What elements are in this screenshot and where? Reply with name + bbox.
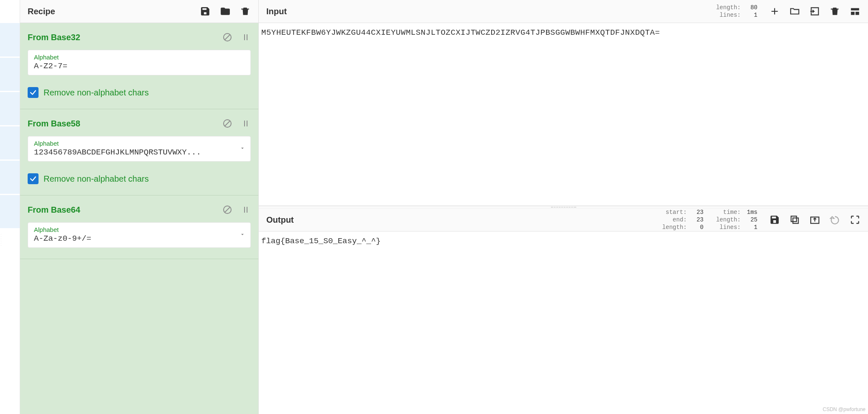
io-panel: Input length: 80 lines: 1: [259, 0, 868, 414]
sidebar-slot[interactable]: [0, 57, 20, 91]
sidebar-slot[interactable]: [0, 195, 20, 228]
pause-operation-icon[interactable]: [241, 32, 251, 42]
svg-rect-16: [791, 216, 796, 221]
left-gutter: · · · · · ·: [0, 0, 20, 414]
dropdown-caret-icon[interactable]: [240, 231, 245, 239]
recipe-title: Recipe: [28, 7, 55, 16]
svg-rect-15: [793, 218, 798, 224]
save-output-icon[interactable]: [769, 214, 780, 225]
open-file-icon[interactable]: [809, 6, 820, 17]
recipe-header-icons: [200, 6, 251, 17]
output-stats: start: 23 end: 23 length: 0 time: 1ms le…: [662, 209, 757, 231]
stat-end-value: 23: [691, 216, 703, 223]
checkbox-label: Remove non-alphabet chars: [44, 88, 149, 98]
svg-rect-13: [851, 12, 855, 15]
output-icons: [769, 214, 860, 225]
alphabet-field[interactable]: Alphabet A-Z2-7=: [28, 50, 251, 75]
add-input-tab-icon[interactable]: [769, 6, 780, 17]
stat-length-value: 80: [745, 4, 757, 11]
operation-from-base64[interactable]: From Base64 Alphabet A-Za-z0-9+/=: [20, 195, 258, 259]
recipe-header: Recipe: [20, 0, 258, 23]
stat-olength-value: 25: [745, 216, 757, 223]
field-label: Alphabet: [34, 54, 245, 61]
load-recipe-folder-icon[interactable]: [220, 6, 231, 17]
stat-length-label: length:: [716, 4, 741, 11]
checkbox-label: Remove non-alphabet chars: [44, 174, 149, 184]
dropdown-caret-icon[interactable]: [240, 145, 245, 153]
operation-title: From Base64: [28, 205, 80, 215]
stat-lines-label: lines:: [716, 224, 741, 231]
checkbox-icon: [28, 173, 39, 184]
output-text[interactable]: flag{Base_15_S0_Easy_^_^}: [259, 231, 868, 414]
stat-lines-value: 1: [745, 224, 757, 231]
sidebar-slot[interactable]: [0, 23, 20, 57]
svg-rect-12: [851, 8, 859, 10]
field-value: A-Za-z0-9+/=: [34, 234, 245, 243]
output-header: Output start: 23 end: 23 length: 0 time:: [259, 208, 868, 231]
open-folder-icon[interactable]: [789, 6, 800, 17]
disable-operation-icon[interactable]: [222, 205, 232, 215]
copy-output-icon[interactable]: [789, 214, 800, 225]
sidebar-slot[interactable]: [0, 160, 20, 194]
remove-non-alphabet-checkbox[interactable]: Remove non-alphabet chars: [28, 87, 251, 98]
recipe-list: From Base32 Alphabet A-Z2-7=: [20, 23, 258, 414]
stat-lines-label: lines:: [716, 12, 741, 18]
stat-sel-length-value: 0: [691, 224, 703, 231]
remove-non-alphabet-checkbox[interactable]: Remove non-alphabet chars: [28, 173, 251, 184]
disable-operation-icon[interactable]: [222, 32, 232, 42]
operation-from-base58[interactable]: From Base58 Alphabet 123456789ABCDEFGHJK…: [20, 109, 258, 195]
input-text[interactable]: M5YHEUTEKFBW6YJWKZGU44CXIEYUWMLSNJLTOZCX…: [259, 23, 868, 206]
clear-input-trash-icon[interactable]: [829, 6, 840, 17]
field-value: A-Z2-7=: [34, 62, 245, 71]
stat-lines-value: 1: [745, 12, 757, 18]
output-section: Output start: 23 end: 23 length: 0 time:: [259, 208, 868, 414]
operation-title: From Base58: [28, 119, 80, 129]
operation-title: From Base32: [28, 33, 80, 42]
clear-recipe-trash-icon[interactable]: [240, 6, 251, 17]
svg-line-5: [225, 121, 230, 126]
maximize-output-icon[interactable]: [850, 214, 860, 225]
stat-sel-length-label: length:: [662, 224, 687, 231]
stat-time-value: 1ms: [745, 209, 757, 216]
app-root: · · · · · · Recipe From Base32: [0, 0, 868, 414]
stat-start-label: start:: [662, 209, 687, 216]
pause-operation-icon[interactable]: [241, 205, 251, 215]
watermark: CSDN @pwfortune: [823, 406, 865, 412]
input-stats: length: 80 lines: 1: [716, 4, 757, 18]
input-header: Input length: 80 lines: 1: [259, 0, 868, 23]
sidebar-slots: [0, 23, 20, 414]
input-section: Input length: 80 lines: 1: [259, 0, 868, 206]
alphabet-field[interactable]: Alphabet 123456789ABCDEFGHJKLMNPQRSTUVWX…: [28, 136, 251, 162]
undo-icon[interactable]: [829, 214, 840, 225]
svg-line-9: [225, 207, 230, 212]
svg-rect-14: [855, 12, 859, 15]
operation-from-base32[interactable]: From Base32 Alphabet A-Z2-7=: [20, 23, 258, 109]
stat-end-label: end:: [662, 216, 687, 223]
field-label: Alphabet: [34, 226, 245, 233]
input-icons: [769, 6, 860, 17]
sidebar-slot[interactable]: [0, 92, 20, 125]
stat-time-label: time:: [716, 209, 741, 216]
field-label: Alphabet: [34, 140, 245, 147]
svg-line-1: [225, 35, 230, 40]
reset-layout-icon[interactable]: [850, 6, 860, 17]
input-title: Input: [266, 7, 287, 16]
stat-start-value: 23: [691, 209, 703, 216]
move-output-to-input-icon[interactable]: [809, 214, 820, 225]
checkbox-icon: [28, 87, 39, 98]
pause-operation-icon[interactable]: [241, 118, 251, 129]
stat-olength-label: length:: [716, 216, 741, 223]
output-title: Output: [266, 215, 294, 225]
field-value: 123456789ABCDEFGHJKLMNPQRSTUVWXY...: [34, 148, 245, 157]
disable-operation-icon[interactable]: [222, 118, 232, 129]
sidebar-slot[interactable]: [0, 126, 20, 159]
recipe-panel: Recipe From Base32: [20, 0, 259, 414]
alphabet-field[interactable]: Alphabet A-Za-z0-9+/=: [28, 222, 251, 248]
save-recipe-icon[interactable]: [200, 6, 211, 17]
